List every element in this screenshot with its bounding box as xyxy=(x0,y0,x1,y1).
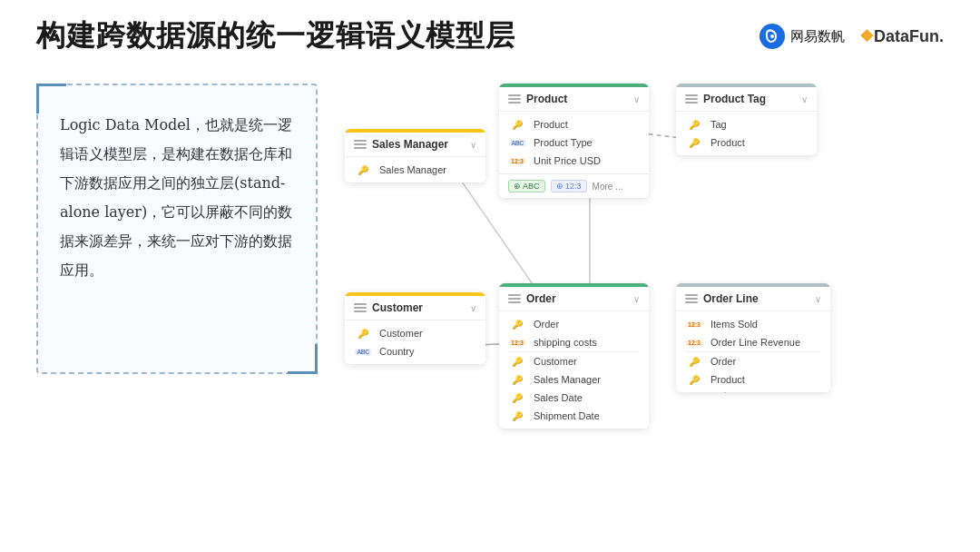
key-icon: 🔑 xyxy=(685,120,703,130)
sales-manager-header: Sales Manager ∨ xyxy=(345,133,485,157)
order-line-row-1: 12:3 Items Sold xyxy=(676,315,830,333)
num-icon: 12:3 xyxy=(508,156,526,165)
key-icon: 🔑 xyxy=(508,120,526,130)
content-area: Logic Data Model，也就是统一逻辑语义模型层，是构建在数据仓库和下… xyxy=(0,65,980,547)
product-chevron[interactable]: ∨ xyxy=(633,94,640,104)
order-field-1: Order xyxy=(534,319,559,330)
datafun-logo: ❖DataFun. xyxy=(859,26,944,46)
sales-manager-chevron[interactable]: ∨ xyxy=(470,140,476,150)
logos: 网易数帆 ❖DataFun. xyxy=(760,24,944,49)
product-field-2: Product Type xyxy=(534,137,593,148)
key-icon: 🔑 xyxy=(508,411,526,421)
product-tag-row-2: 🔑 Product xyxy=(676,133,817,152)
customer-title: Customer xyxy=(372,301,423,314)
num-badge[interactable]: ⊕ 12:3 xyxy=(551,180,587,192)
description-text: Logic Data Model，也就是统一逻辑语义模型层，是构建在数据仓库和下… xyxy=(60,111,294,285)
product-field-3: Unit Price USD xyxy=(534,155,601,166)
customer-field-1: Customer xyxy=(379,328,423,339)
page-title: 构建跨数据源的统一逻辑语义模型层 xyxy=(36,16,515,56)
product-tag-card: Product Tag ∨ 🔑 Tag 🔑 Product xyxy=(676,84,817,155)
order-row-4: 🔑 Sales Manager xyxy=(499,370,649,389)
sales-manager-title: Sales Manager xyxy=(372,138,448,151)
sales-manager-field-1: Sales Manager xyxy=(379,164,446,175)
order-field-6: Shipment Date xyxy=(534,410,600,421)
order-line-title: Order Line xyxy=(703,292,759,305)
key-icon: 🔑 xyxy=(685,138,703,148)
key-icon: 🔑 xyxy=(354,165,372,175)
order-line-row-4: 🔑 Product xyxy=(676,370,830,389)
order-row-6: 🔑 Shipment Date xyxy=(499,407,649,425)
product-tag-chevron[interactable]: ∨ xyxy=(801,94,808,104)
order-line-chevron[interactable]: ∨ xyxy=(815,294,821,304)
key-icon: 🔑 xyxy=(685,357,703,367)
key-icon: 🔑 xyxy=(685,375,703,385)
sales-manager-row-1: 🔑 Sales Manager xyxy=(345,161,485,179)
customer-row-1: 🔑 Customer xyxy=(345,324,485,342)
datafun-label: DataFun. xyxy=(874,27,944,45)
order-line-field-4: Product xyxy=(710,374,745,385)
customer-row-2: ABC Country xyxy=(345,342,485,360)
order-line-field-3: Order xyxy=(710,356,736,367)
product-tag-row-1: 🔑 Tag xyxy=(676,115,817,133)
key-icon: 🔑 xyxy=(508,320,526,330)
order-header: Order ∨ xyxy=(499,287,649,311)
product-tag-field-2: Product xyxy=(710,137,745,148)
abc-badge[interactable]: ⊕ ABC xyxy=(508,180,545,192)
order-line-card: Order Line ∨ 12:3 Items Sold 12:3 Order … xyxy=(676,283,830,392)
num-icon: 12:3 xyxy=(685,320,703,329)
order-row-5: 🔑 Sales Date xyxy=(499,389,649,407)
product-tag-header: Product Tag ∨ xyxy=(676,87,817,112)
order-field-3: Customer xyxy=(534,356,577,367)
product-header: Product ∨ xyxy=(499,87,649,112)
order-row-1: 🔑 Order xyxy=(499,315,649,333)
order-row-3: 🔑 Customer xyxy=(499,352,649,370)
more-button[interactable]: More ... xyxy=(593,182,623,192)
abc-icon: ABC xyxy=(508,138,526,147)
order-line-field-2: Order Line Revenue xyxy=(710,337,800,348)
sales-manager-card: Sales Manager ∨ 🔑 Sales Manager xyxy=(345,129,485,182)
customer-chevron[interactable]: ∨ xyxy=(470,303,476,313)
customer-field-2: Country xyxy=(379,346,415,357)
key-icon: 🔑 xyxy=(508,357,526,367)
key-icon: 🔑 xyxy=(508,393,526,403)
customer-header: Customer ∨ xyxy=(345,296,485,320)
order-line-field-1: Items Sold xyxy=(710,319,758,330)
order-field-4: Sales Manager xyxy=(534,374,601,385)
order-field-5: Sales Date xyxy=(534,392,583,403)
abc-icon: ABC xyxy=(354,347,372,356)
order-title: Order xyxy=(526,292,556,305)
product-card: Product ∨ 🔑 Product ABC Product Type 12:… xyxy=(499,84,649,198)
order-line-row-3: 🔑 Order xyxy=(676,352,830,370)
order-row-2: 12:3 shipping costs xyxy=(499,333,649,351)
product-row-2: ABC Product Type xyxy=(499,133,649,152)
num-icon: 12:3 xyxy=(508,338,526,347)
netease-logo: 网易数帆 xyxy=(760,24,845,49)
key-icon: 🔑 xyxy=(354,329,372,339)
product-row-1: 🔑 Product xyxy=(499,115,649,133)
order-chevron[interactable]: ∨ xyxy=(633,294,640,304)
svg-point-1 xyxy=(770,34,774,38)
key-icon: 🔑 xyxy=(508,375,526,385)
diagram-area: Sales Manager ∨ 🔑 Sales Manager Product … xyxy=(345,74,944,537)
order-field-2: shipping costs xyxy=(534,337,597,348)
left-text-panel: Logic Data Model，也就是统一逻辑语义模型层，是构建在数据仓库和下… xyxy=(36,84,318,374)
customer-card: Customer ∨ 🔑 Customer ABC Country xyxy=(345,292,485,364)
order-line-row-2: 12:3 Order Line Revenue xyxy=(676,333,830,351)
num-icon: 12:3 xyxy=(685,338,703,347)
product-field-1: Product xyxy=(534,119,568,130)
order-card: Order ∨ 🔑 Order 12:3 shipping costs 🔑 Cu… xyxy=(499,283,649,429)
product-row-3: 12:3 Unit Price USD xyxy=(499,152,649,170)
order-line-header: Order Line ∨ xyxy=(676,287,830,311)
netease-icon xyxy=(760,24,785,49)
product-tag-field-1: Tag xyxy=(710,119,727,130)
product-tag-title: Product Tag xyxy=(703,93,766,105)
header: 构建跨数据源的统一逻辑语义模型层 网易数帆 ❖DataFun. xyxy=(0,0,980,65)
product-footer: ⊕ ABC ⊕ 12:3 More ... xyxy=(499,173,649,198)
product-title: Product xyxy=(526,93,567,105)
netease-label: 网易数帆 xyxy=(790,28,845,45)
